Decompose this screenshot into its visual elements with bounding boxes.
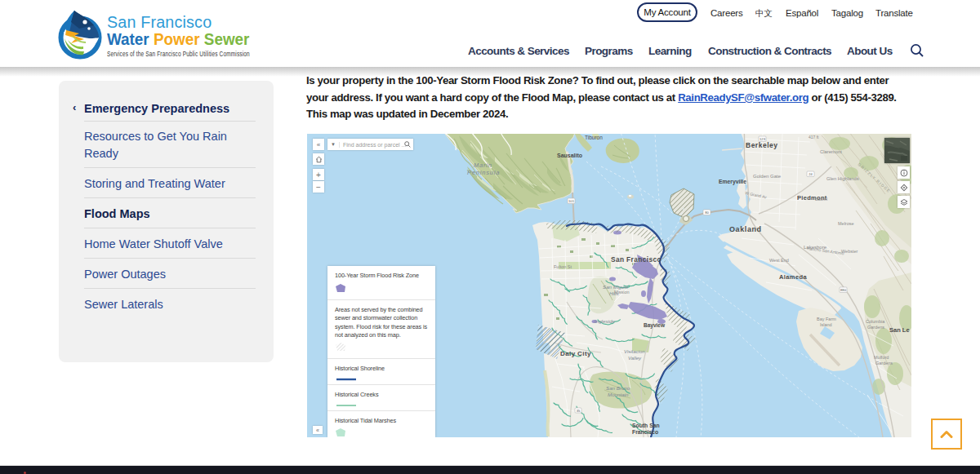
svg-text:Daly City: Daly City xyxy=(560,350,591,357)
svg-text:Golden Gate: Golden Gate xyxy=(753,174,782,179)
svg-text:Mulford: Mulford xyxy=(874,355,889,360)
svg-text:Oakland: Oakland xyxy=(729,225,762,233)
svg-text:Marin: Marin xyxy=(474,162,492,169)
svg-text:Valley: Valley xyxy=(628,356,642,361)
svg-text:Bay Farm: Bay Farm xyxy=(817,317,836,321)
svg-text:80: 80 xyxy=(705,210,709,215)
svg-text:Melrose: Melrose xyxy=(838,221,854,226)
svg-text:Mountain: Mountain xyxy=(608,392,629,397)
svg-text:Alameda: Alameda xyxy=(779,273,807,281)
svg-text:West End: West End xyxy=(769,258,789,263)
svg-text:Mission: Mission xyxy=(614,290,630,295)
svg-text:Sausalito: Sausalito xyxy=(557,153,582,158)
svg-text:Glen Highlands: Glen Highlands xyxy=(826,176,859,181)
svg-text:San Miguel: San Miguel xyxy=(603,284,629,290)
svg-text:Peninsula: Peninsula xyxy=(467,169,500,176)
svg-text:417 ft: 417 ft xyxy=(808,135,819,140)
svg-text:Francisco: Francisco xyxy=(632,429,658,435)
svg-text:24: 24 xyxy=(808,172,813,176)
svg-text:880: 880 xyxy=(840,288,847,292)
svg-text:Bayview: Bayview xyxy=(644,322,666,329)
svg-text:San Bruno: San Bruno xyxy=(606,385,630,391)
svg-text:Columbia: Columbia xyxy=(866,319,885,324)
svg-text:Gardens: Gardens xyxy=(875,361,893,365)
svg-text:San Le: San Le xyxy=(889,326,910,334)
svg-text:San Francisco: San Francisco xyxy=(611,255,662,264)
svg-text:Laurel: Laurel xyxy=(815,197,827,202)
svg-text:Gardens: Gardens xyxy=(867,325,884,330)
svg-text:Ingleside: Ingleside xyxy=(595,318,615,324)
svg-text:Fulton St: Fulton St xyxy=(554,264,572,269)
svg-text:Claremont: Claremont xyxy=(820,149,842,154)
svg-text:Tiburon: Tiburon xyxy=(585,135,603,140)
svg-text:35: 35 xyxy=(577,409,581,413)
svg-text:101: 101 xyxy=(568,199,575,203)
svg-text:Island: Island xyxy=(820,322,832,327)
svg-text:Berkeley: Berkeley xyxy=(746,141,777,149)
svg-text:Visitacion: Visitacion xyxy=(624,349,645,354)
svg-text:South San: South San xyxy=(632,423,660,428)
svg-text:Emeryville: Emeryville xyxy=(719,179,746,185)
